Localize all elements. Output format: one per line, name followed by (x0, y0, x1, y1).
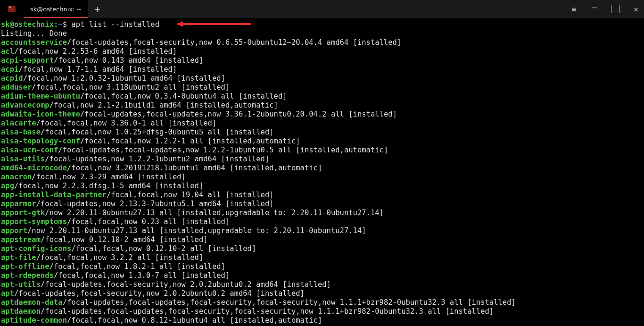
package-rest: /focal,focal,now 0.8.12-1ubuntu4 all [in… (67, 316, 322, 325)
package-name: aptdaemon (1, 307, 41, 316)
package-name: apport-gtk (1, 209, 45, 217)
package-rest: /focal,focal,now 0.12.10-2 all [installe… (71, 244, 256, 253)
package-name: accountsservice (1, 38, 67, 47)
package-rest: /focal,now 2.2.3.dfsg.1-5 amd64 [install… (14, 182, 203, 190)
package-name: adwaita-icon-theme (1, 110, 80, 118)
package-rest: /focal-updates,focal-security,now 0.6.55… (67, 38, 401, 47)
package-name: acl (1, 47, 14, 56)
package-rest: /focal-updates,focal-security,now 2.0.2u… (41, 280, 331, 289)
package-name: apg (1, 182, 14, 190)
svg-marker-1 (176, 21, 183, 27)
package-name: apt-rdepends (1, 271, 54, 280)
minimize-button[interactable]: — (590, 3, 599, 11)
package-name: aptitude-common (1, 316, 67, 325)
plus-icon: + (94, 3, 100, 15)
package-name: acpi-support (1, 56, 54, 65)
package-rest: /focal,focal,now 3.36.0-1 all [installed… (36, 119, 217, 127)
package-rest: /focal-updates,focal-updates,now 3.36.1-… (80, 110, 397, 118)
terminal-output[interactable]: sk@ostechnix:~$ apt list --installed Lis… (0, 18, 644, 326)
package-name: apport (1, 226, 27, 235)
package-name: adium-theme-ubuntu (1, 92, 80, 100)
package-name: apt-utils (1, 280, 41, 289)
package-rest: /focal,focal,now 3.118ubuntu2 all [insta… (32, 83, 230, 92)
package-rest: /focal,now 3.20191218.1ubuntu1 amd64 [in… (67, 164, 322, 172)
package-rest: /focal-updates,focal-updates,focal-secur… (63, 298, 516, 307)
package-name: apt-offline (1, 262, 50, 271)
package-rest: /focal,now 2.1-2.1build1 amd64 [installe… (50, 101, 278, 109)
package-rest: /focal,now 2.2.53-6 amd64 [installed] (14, 47, 177, 56)
titlebar: sk@ostechnix: ~ + ≡ — ✕ (0, 0, 644, 18)
package-rest: /focal,now 1:2.0.32-1ubuntu1 amd64 [inst… (23, 74, 225, 83)
package-name: apport-symptoms (1, 217, 67, 226)
maximize-icon (611, 5, 619, 13)
package-rest: /focal,focal,now 1.2.2-1 all [installed,… (80, 137, 300, 145)
prompt-cwd: ~ (58, 20, 62, 29)
package-rest: /focal-updates,focal-security,now 2.0.2u… (14, 289, 305, 298)
package-rest: /now 2.20.11-0ubuntu27.13 all [installed… (27, 226, 366, 235)
tab-label: sk@ostechnix: ~ (30, 6, 82, 13)
package-name: app-install-data-partner (1, 191, 107, 199)
annotation-arrow (176, 21, 251, 27)
package-name: aptdaemon-data (1, 298, 63, 307)
package-rest: /focal,focal,now 0.3.4-0ubuntu4 all [ins… (80, 92, 287, 100)
command-text: apt list --installed (71, 20, 159, 29)
package-rest: /focal,focal,now 1.3.0-7 all [installed] (54, 271, 230, 280)
package-name: alsa-base (1, 128, 41, 136)
package-name: acpid (1, 74, 23, 83)
package-name: acpi (1, 65, 18, 74)
package-rest: /focal,focal,now 3.2.2 all [installed] (36, 253, 204, 262)
terminal-icon (8, 6, 16, 12)
package-name: apt-config-icons (1, 244, 71, 253)
package-rest: /focal-updates,focal-updates,focal-secur… (41, 307, 494, 316)
package-name: adduser (1, 83, 32, 92)
maximize-button[interactable] (611, 5, 619, 13)
prompt-user-host: sk@ostechnix (1, 20, 54, 29)
tab-current[interactable]: sk@ostechnix: ~ (24, 0, 88, 18)
package-name: anacron (1, 173, 32, 181)
package-name: apt-file (1, 253, 36, 262)
close-button[interactable]: ✕ (632, 5, 640, 13)
package-name: amd64-microcode (1, 164, 67, 172)
package-name: alsa-topology-conf (1, 137, 80, 145)
package-name: apparmor (1, 200, 36, 208)
tab-app-icon[interactable] (0, 0, 24, 18)
prompt-dollar: $ (63, 20, 72, 29)
package-rest: /focal,focal,now 1.0.25+dfsg-0ubuntu5 al… (41, 128, 274, 136)
package-name: appstream (1, 235, 41, 244)
package-name: apt (1, 289, 14, 298)
window-controls: ≡ — ✕ (570, 0, 640, 18)
package-rest: /focal,focal,now 19.04 all [installed] (107, 191, 274, 199)
package-rest: /focal,now 1.7-1.1 amd64 [installed] (18, 65, 177, 74)
package-name: alsa-utils (1, 155, 45, 163)
package-name: alsa-ucm-conf (1, 146, 58, 154)
package-name: alacarte (1, 119, 36, 127)
package-rest: /focal-updates,now 2.13.3-7ubuntu5.1 amd… (36, 200, 274, 208)
package-rest: /focal,focal,now 0.23 all [installed] (67, 217, 230, 226)
hamburger-menu-button[interactable]: ≡ (570, 5, 578, 13)
package-rest: /now 2.20.11-0ubuntu27.13 all [installed… (45, 209, 384, 217)
package-name: advancecomp (1, 101, 50, 109)
prompt-colon: : (54, 20, 58, 29)
package-rest: /focal,now 0.143 amd64 [installed] (54, 56, 203, 65)
new-tab-button[interactable]: + (88, 0, 106, 18)
package-rest: /focal,now 2.3-29 amd64 [installed] (32, 173, 186, 181)
package-rest: /focal-updates,now 1.2.2-1ubuntu2 amd64 … (45, 155, 269, 163)
package-rest: /focal,now 0.12.10-2 amd64 [installed] (41, 235, 208, 244)
package-rest: /focal,focal,now 1.8.2-1 all [installed] (50, 262, 225, 271)
listing-header: Listing... Done (1, 29, 67, 38)
package-rest: /focal-updates,focal-updates,now 1.2.2-1… (58, 146, 388, 154)
